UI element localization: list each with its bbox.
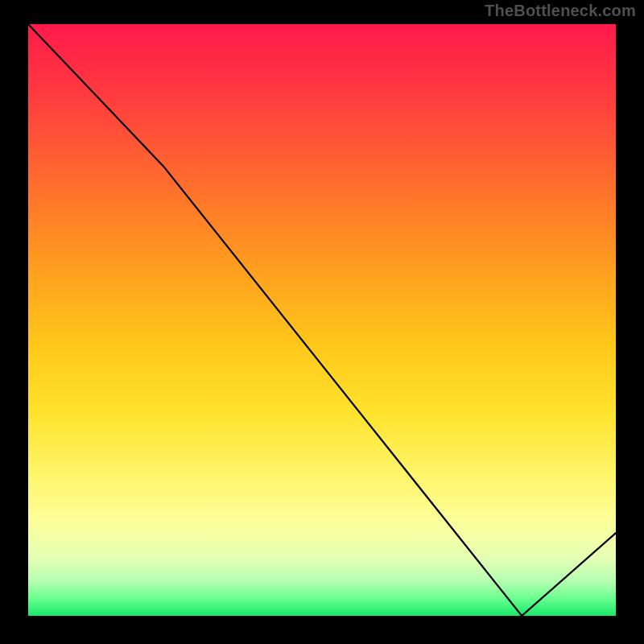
bottleneck-curve xyxy=(28,24,616,616)
chart-line-layer xyxy=(28,24,616,616)
watermark-text: TheBottleneck.com xyxy=(485,2,636,20)
chart-plot-area xyxy=(28,24,616,616)
chart-frame: TheBottleneck.com xyxy=(0,0,644,644)
